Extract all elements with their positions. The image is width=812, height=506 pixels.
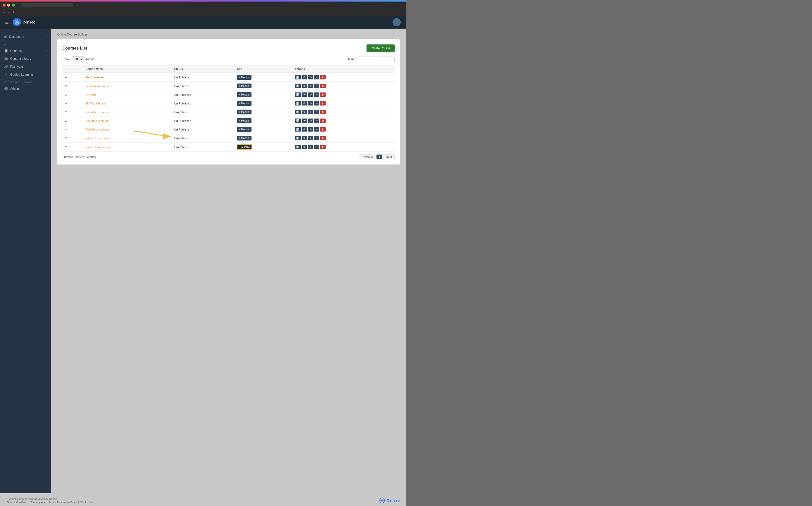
analytics-button[interactable]: 📊 xyxy=(295,127,301,132)
delete-button[interactable]: 🗑 xyxy=(320,136,325,140)
view-button[interactable]: 👁 xyxy=(302,110,307,114)
view-button[interactable]: 👁 xyxy=(302,92,307,97)
analytics-button[interactable]: 📊 xyxy=(295,110,301,114)
course-name-link[interactable]: Personal Resilience xyxy=(85,85,110,88)
add-module-button[interactable]: + Module xyxy=(237,75,251,80)
view-button[interactable]: 👁 xyxy=(302,101,307,105)
delete-button[interactable]: 🗑 xyxy=(320,127,325,132)
delete-button[interactable]: 🗑 xyxy=(320,92,325,97)
sidebar-item-pathways[interactable]: 🔗 Pathways › xyxy=(0,63,51,71)
view-button[interactable]: 👁 xyxy=(302,118,307,123)
course-name-link[interactable]: Title of your course xyxy=(85,110,109,114)
add-module-button[interactable]: + Module xyxy=(237,101,251,106)
home-button[interactable]: ⌂ xyxy=(17,10,19,14)
course-terms-link[interactable]: Course Participation Terms xyxy=(49,501,77,503)
reload-button[interactable]: ↻ xyxy=(13,10,15,14)
settings-button[interactable]: ⚙ xyxy=(308,92,313,97)
sidebar-item-admin[interactable]: ⚙️ Admin › xyxy=(0,85,51,92)
course-name-link[interactable]: Title of your course xyxy=(85,119,109,122)
add-module-cell[interactable]: + Module xyxy=(234,73,292,82)
add-module-button[interactable]: + Module xyxy=(237,118,251,123)
course-name-cell[interactable]: Personal Resilience xyxy=(83,82,172,90)
settings-button[interactable]: ⚙ xyxy=(308,110,313,114)
course-name-cell[interactable]: Hi Emilie xyxy=(83,90,172,99)
add-module-cell[interactable]: + Module xyxy=(234,143,292,152)
avatar[interactable] xyxy=(392,18,401,26)
edit-button[interactable]: ✏ xyxy=(314,84,319,88)
delete-button[interactable]: 🗑 xyxy=(320,84,325,88)
search-input[interactable] xyxy=(359,56,395,62)
analytics-button[interactable]: 📊 xyxy=(295,92,301,97)
next-button[interactable]: Next xyxy=(383,154,395,159)
view-button[interactable]: 👁 xyxy=(302,75,307,79)
course-name-link[interactable]: Name of the course xyxy=(85,137,110,140)
add-module-button[interactable]: + Module xyxy=(237,92,251,97)
course-name-link[interactable]: Title of your course xyxy=(85,128,109,131)
course-name-cell[interactable]: Name of your course xyxy=(83,143,172,152)
add-module-button[interactable]: + Module xyxy=(237,109,251,114)
whats-new-link[interactable]: What is New xyxy=(80,501,93,503)
edit-button[interactable]: ✏ xyxy=(314,145,319,149)
traffic-light-green[interactable] xyxy=(12,4,15,7)
settings-button[interactable]: ⚙ xyxy=(308,145,313,149)
delete-button[interactable]: 🗑 xyxy=(320,110,325,114)
privacy-link[interactable]: Privacy policy xyxy=(31,501,45,503)
course-name-cell[interactable]: Title of your course xyxy=(83,116,172,125)
delete-button[interactable]: 🗑 xyxy=(320,101,325,105)
sidebar-item-content-library[interactable]: 📚 Content Library › xyxy=(0,55,51,63)
add-module-cell[interactable]: + Module xyxy=(234,134,292,143)
course-name-cell[interactable]: Name of the course xyxy=(83,134,172,143)
course-name-cell[interactable]: Title of your course xyxy=(83,108,172,116)
sidebar-item-courses[interactable]: 📋 Courses › xyxy=(0,47,51,55)
previous-button[interactable]: Previous xyxy=(359,154,375,159)
analytics-button[interactable]: 📊 xyxy=(295,101,301,105)
settings-button[interactable]: ⚙ xyxy=(308,101,313,105)
view-button[interactable]: 👁 xyxy=(302,127,307,132)
sidebar-item-guided-learning[interactable]: 🎓 Guided Learning › xyxy=(0,71,51,78)
course-name-link[interactable]: Hi Emilie xyxy=(85,93,96,96)
terms-link[interactable]: Terms & Conditions xyxy=(7,501,27,503)
settings-button[interactable]: ⚙ xyxy=(308,118,313,123)
settings-button[interactable]: ⚙ xyxy=(308,127,313,132)
view-button[interactable]: 👁 xyxy=(302,84,307,88)
view-button[interactable]: 👁 xyxy=(302,145,307,149)
edit-button[interactable]: ✏ xyxy=(314,92,319,97)
edit-button[interactable]: ✏ xyxy=(314,136,319,140)
view-button[interactable]: 👁 xyxy=(302,136,307,140)
traffic-light-yellow[interactable] xyxy=(7,4,10,7)
analytics-button[interactable]: 📊 xyxy=(295,84,301,88)
new-tab-button[interactable]: + xyxy=(76,3,78,7)
delete-button[interactable]: 🗑 xyxy=(320,75,325,79)
add-module-cell[interactable]: + Module xyxy=(234,82,292,90)
course-name-cell[interactable]: Self Awareness xyxy=(83,73,172,82)
edit-button[interactable]: ✏ xyxy=(314,101,319,105)
delete-button[interactable]: 🗑 xyxy=(320,145,325,149)
sidebar-item-dashboard[interactable]: ▣ Dashboard › xyxy=(0,33,51,40)
address-bar[interactable] xyxy=(21,3,73,7)
settings-button[interactable]: ⚙ xyxy=(308,75,313,79)
edit-button[interactable]: ✏ xyxy=(314,75,319,79)
add-module-button[interactable]: + Module xyxy=(237,84,251,88)
course-name-cell[interactable]: Title of your course xyxy=(83,125,172,134)
settings-button[interactable]: ⚙ xyxy=(308,136,313,140)
traffic-light-red[interactable] xyxy=(3,4,6,7)
page-1-button[interactable]: 1 xyxy=(376,155,382,159)
analytics-button[interactable]: 📊 xyxy=(295,145,301,149)
hamburger-menu[interactable]: ☰ xyxy=(5,20,9,25)
analytics-button[interactable]: 📊 xyxy=(295,118,301,123)
analytics-button[interactable]: 📊 xyxy=(295,75,301,79)
course-name-cell[interactable]: SM Test Course xyxy=(83,99,172,108)
add-module-button[interactable]: + Module xyxy=(237,144,252,150)
course-name-link[interactable]: Name of your course xyxy=(85,146,112,149)
delete-button[interactable]: 🗑 xyxy=(320,118,325,123)
add-module-cell[interactable]: + Module xyxy=(234,116,292,125)
analytics-button[interactable]: 📊 xyxy=(295,136,301,140)
edit-button[interactable]: ✏ xyxy=(314,118,319,123)
forward-button[interactable]: → xyxy=(8,10,11,14)
add-module-cell[interactable]: + Module xyxy=(234,99,292,108)
course-name-link[interactable]: Self Awareness xyxy=(85,76,105,79)
edit-button[interactable]: ✏ xyxy=(314,127,319,132)
add-module-cell[interactable]: + Module xyxy=(234,90,292,99)
add-module-button[interactable]: + Module xyxy=(237,136,251,141)
course-name-link[interactable]: SM Test Course xyxy=(85,102,105,105)
